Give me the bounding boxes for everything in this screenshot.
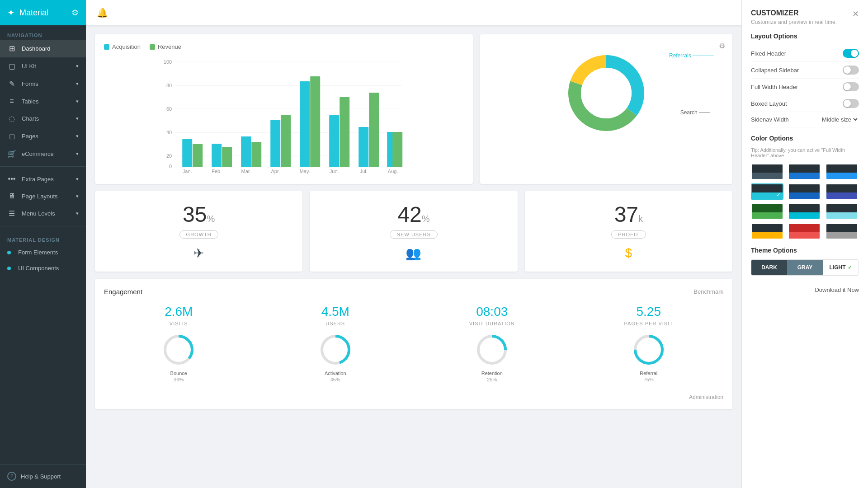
light-label: LIGHT [830,264,846,271]
collapsed-sidebar-toggle[interactable] [843,66,859,75]
app-header: ✦ Material ⚙ [0,0,86,25]
activation-pct: 45% [330,377,340,382]
donut-chart-card: ⚙ Referrals ———— [480,34,732,184]
sidebar-item-page-layouts[interactable]: 🖥 Page Layouts ▾ [0,188,86,205]
sidenav-width-select[interactable]: Middle size Small size Large size [820,116,859,123]
bounce-pct: 36% [174,377,184,382]
nav-section-label: Navigation [0,25,86,40]
retention-pct: 25% [487,377,497,382]
customizer-panel: CUSTOMIZER Customize and preview in real… [741,0,868,488]
color-swatch-1[interactable] [751,164,783,180]
svg-rect-14 [222,147,232,167]
svg-text:40: 40 [166,130,172,135]
sidebar-item-form-elements[interactable]: Form Elements [0,244,86,260]
color-swatch-10[interactable] [751,223,783,239]
svg-text:100: 100 [164,59,172,65]
material-design-section-label: Material Design [0,230,86,244]
theme-gray-button[interactable]: GRAY [787,260,823,275]
theme-row: DARK GRAY LIGHT ✓ [751,259,859,276]
sidebar-item-menu-levels[interactable]: ☰ Menu Levels ▾ [0,205,86,222]
close-button[interactable]: ✕ [852,9,859,19]
boxed-layout-row: Boxed Layout [751,95,859,112]
stat-card-profit: 37k PROFIT $ [525,191,732,272]
pages-value: 5.25 [574,305,724,319]
dot-icon [7,251,11,254]
layout-options-title: Layout Options [751,33,859,40]
svg-text:May.: May. [300,169,310,174]
color-swatch-5[interactable] [788,183,821,200]
app-name: Material [19,8,48,18]
activation-label: Activation [325,371,346,376]
sidebar-item-label: Extra Pages [22,176,54,183]
theme-light-button[interactable]: LIGHT ✓ [823,260,859,275]
download-button[interactable]: Download it Now [751,283,859,297]
metric-users: 4.5M USERS Activation 45% [261,305,410,368]
visits-label: VISITS [104,321,254,326]
color-swatch-2[interactable] [788,164,821,180]
sidebar-item-ui-components[interactable]: UI Components [0,260,86,276]
svg-rect-18 [281,115,291,167]
acquisition-label: Acquisition [112,43,141,50]
boxed-layout-toggle[interactable] [843,99,859,108]
svg-text:80: 80 [166,83,172,88]
engagement-header: Engagement Benchmark [104,288,723,296]
benchmark-label: Benchmark [693,288,723,295]
forms-icon: ✎ [7,80,16,88]
svg-rect-11 [182,139,192,167]
color-swatch-7[interactable] [751,203,783,220]
stat-card-growth: 35% GROWTH ✈ [95,191,302,272]
retention-label: Retention [481,371,503,376]
color-swatch-9[interactable] [826,203,858,220]
sidebar-item-extra-pages[interactable]: ••• Extra Pages ▾ [0,170,86,188]
referral-label: Referral [640,371,657,376]
sidebar-item-ecommerce[interactable]: 🛒 eCommerce ▾ [0,145,86,163]
color-swatch-4[interactable]: ✓ [751,183,783,200]
app-logo-icon: ✦ [7,7,15,18]
sidebar-item-label: Form Elements [18,249,58,256]
bar-chart-svg: 100 80 60 40 20 0 [104,57,464,175]
app-settings-icon[interactable]: ⚙ [71,8,79,18]
sidebar-item-pages[interactable]: ◻ Pages ▾ [0,127,86,145]
svg-rect-22 [340,97,349,167]
customizer-subtitle: Customize and preview in real time. [751,19,837,25]
theme-dark-button[interactable]: DARK [751,260,787,275]
boxed-layout-label: Boxed Layout [751,100,787,107]
theme-options-title: Theme Options [751,247,859,254]
svg-text:20: 20 [166,153,172,159]
content-area: Acquisition Revenue [86,25,741,488]
sidebar-item-label: Charts [22,115,39,122]
check-icon: ✓ [776,192,781,198]
metrics-row: 2.6M VISITS Bounce 36% 4.5M USERS [104,305,723,368]
full-width-header-toggle[interactable] [843,82,859,91]
svg-rect-16 [251,142,261,167]
sidebar-item-charts[interactable]: ◌ Charts ▾ [0,110,86,127]
svg-text:Feb.: Feb. [212,169,222,174]
color-swatch-8[interactable] [788,203,821,220]
revenue-label: Revenue [158,43,181,50]
notification-bell-icon[interactable]: 🔔 [97,7,108,18]
acquisition-dot [104,44,109,50]
svg-rect-20 [310,76,320,167]
dollar-icon: $ [536,246,722,260]
retention-donut: Retention 25% [474,332,510,368]
svg-rect-13 [212,144,222,167]
sidebar-item-dashboard[interactable]: ⊞ Dashboard [0,40,86,57]
sidebar-item-forms[interactable]: ✎ Forms ▾ [0,75,86,93]
color-swatch-3[interactable] [826,164,858,180]
bounce-donut: Bounce 36% [160,332,197,368]
svg-point-39 [581,68,632,118]
color-options-title: Color Options [751,135,859,142]
fixed-header-toggle[interactable] [843,49,859,58]
menu-levels-icon: ☰ [7,209,16,218]
metric-visits: 2.6M VISITS Bounce 36% [104,305,254,368]
svg-text:0: 0 [169,164,172,169]
sidebar-item-ui-kit[interactable]: ▢ UI Kit ▾ [0,57,86,75]
help-support-link[interactable]: ? Help & Support [0,464,86,488]
fixed-header-label: Fixed Header [751,50,786,57]
bounce-label: Bounce [170,371,187,376]
color-swatch-6[interactable] [826,183,858,200]
sidebar-item-tables[interactable]: ≡ Tables ▾ [0,93,86,110]
color-swatch-12[interactable] [826,223,858,239]
color-swatch-11[interactable] [788,223,821,239]
svg-rect-21 [329,115,339,167]
